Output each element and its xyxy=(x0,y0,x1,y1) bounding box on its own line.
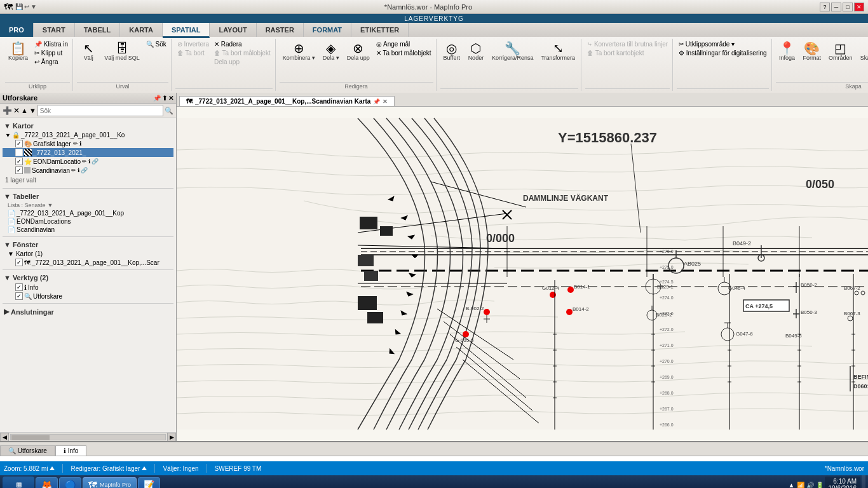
kopiera-btn[interactable]: 📋 Kopiera xyxy=(5,40,31,63)
search-icon[interactable]: 🔍 xyxy=(165,107,173,115)
klistra-btn[interactable]: 📌 Klistra in xyxy=(32,40,70,48)
format-btn[interactable]: 🎨 Format xyxy=(800,40,825,63)
add-icon[interactable]: ➕ xyxy=(3,106,12,115)
show-desktop-btn[interactable] xyxy=(862,475,865,488)
tray-arrow[interactable]: ▲ xyxy=(789,482,795,489)
sublayer-eon[interactable]: ⭐ EONDamLocatio ✏ ℹ 🔗 xyxy=(3,157,173,166)
valj-sql-btn[interactable]: 🗄 Välj med SQL xyxy=(101,40,143,63)
konvertera-btn[interactable]: ⤷ Konvertera till brutna linjer xyxy=(585,40,670,48)
taskbar-clock[interactable]: 6:10 AM 10/6/2016 xyxy=(825,477,861,488)
grafisk-checkbox[interactable] xyxy=(15,140,23,147)
dela-upp2-btn[interactable]: ⊗ Dela upp xyxy=(344,40,373,63)
buffert-btn[interactable]: ◎ Buffert xyxy=(440,40,463,63)
verktyg-section-header[interactable]: ▼ Verktyg (2) xyxy=(3,273,173,283)
grafisk-info-icon[interactable]: ℹ xyxy=(79,140,81,147)
tab-karta[interactable]: KARTA xyxy=(120,23,163,37)
maximize-btn[interactable]: □ xyxy=(843,3,853,11)
zoom-arrow[interactable] xyxy=(50,466,55,470)
scand-info-icon[interactable]: ℹ xyxy=(78,167,79,173)
tabort-kart-btn[interactable]: 🗑 Ta bort kartobjekt xyxy=(585,49,670,57)
kombinera-btn[interactable]: ⊕ Kombinera ▾ xyxy=(280,40,318,63)
tabeller-item-1[interactable]: 📄 EONDamLocations xyxy=(3,217,173,226)
tab-start[interactable]: START xyxy=(34,23,75,37)
invertera-btn[interactable]: ⊘ Invertera xyxy=(175,40,211,48)
skapa-punkter-btn[interactable]: ⊕ Skapa punkter xyxy=(857,40,868,63)
scand-extra-icon[interactable]: 🔗 xyxy=(81,167,88,173)
help-btn[interactable]: ? xyxy=(820,3,830,11)
eon-checkbox[interactable] xyxy=(15,158,23,165)
tabort-mal-btn[interactable]: 🗑 Ta bort målobjekt xyxy=(212,49,273,57)
eon-edit-icon[interactable]: ✏ xyxy=(82,158,87,165)
sok-btn[interactable]: 🔍 Sök xyxy=(144,40,168,48)
tab-spatial[interactable]: SPATIAL xyxy=(163,23,210,38)
dela-upp-btn[interactable]: Dela upp xyxy=(212,58,273,66)
minimize-btn[interactable]: ─ xyxy=(831,3,841,11)
verktyg-utf-checkbox[interactable] xyxy=(15,292,23,300)
tab-format[interactable]: FORMAT xyxy=(304,23,351,37)
eon-info-icon[interactable]: ℹ xyxy=(88,158,90,165)
grafisk-edit-icon[interactable]: ✏ xyxy=(73,140,78,147)
close-btn[interactable]: ✕ xyxy=(854,3,864,11)
dela-btn[interactable]: ◈ Dela ▾ xyxy=(320,40,342,63)
scroll-thumb[interactable] xyxy=(11,435,50,440)
angra-btn[interactable]: ↩ Ångra xyxy=(32,58,70,66)
map-tab-pin[interactable]: 📌 xyxy=(373,98,380,105)
map-tab-close[interactable]: ✕ xyxy=(383,98,388,105)
dropdown-icon[interactable]: ▼ xyxy=(31,3,37,10)
bottom-tab-info[interactable]: ℹ Info xyxy=(55,445,86,456)
tabort-btn[interactable]: 🗑 Ta bort xyxy=(175,49,211,57)
valj-btn[interactable]: ↖ Välj xyxy=(77,40,100,63)
map-tab-main[interactable]: 🗺 _7722_013_2021_A_page_001__Kop,...Scan… xyxy=(179,96,395,106)
scand-checkbox[interactable] xyxy=(15,166,23,174)
map-canvas[interactable]: +276.0 +275.0 +274.5 +274.0 +273.0 +272.… xyxy=(177,107,868,441)
installningar-btn[interactable]: ⚙ Inställningar för digitalisering xyxy=(677,49,769,57)
kartor-sub-header[interactable]: ▼ Kartor (1) xyxy=(3,250,173,258)
sublayer-grafisk[interactable]: 🎨 Grafiskt lager ✏ ℹ xyxy=(3,139,173,148)
tabeller-item-2[interactable]: 📄 Scandinavian xyxy=(3,226,173,234)
redigerar-arrow[interactable] xyxy=(142,466,147,470)
raster-checkbox[interactable] xyxy=(15,149,23,156)
close-panel-icon[interactable]: ✕ xyxy=(168,95,173,102)
taskbar-firefox[interactable]: 🦊 xyxy=(36,477,58,488)
tab-raster[interactable]: RASTER xyxy=(257,23,304,37)
remove-icon[interactable]: ✕ xyxy=(13,106,20,115)
scand-edit-icon[interactable]: ✏ xyxy=(71,167,76,173)
layer-root[interactable]: ▼ 🔒 _7722_013_2021_A_page_001__Ko xyxy=(3,131,173,139)
down-icon[interactable]: ▼ xyxy=(29,107,36,114)
up-icon[interactable]: ▲ xyxy=(21,107,28,114)
klipp-btn[interactable]: ✂ Klipp ut xyxy=(32,49,70,57)
fonster-karta-checkbox[interactable] xyxy=(15,259,23,266)
save-icon[interactable]: 💾 xyxy=(15,3,23,10)
taskbar-word[interactable]: 📝 xyxy=(138,477,160,488)
radera-btn[interactable]: ✕ Radera xyxy=(212,40,273,48)
fonster-karta-item[interactable]: 🗺 _7722_013_2021_A_page_001__Kop,...Scar xyxy=(3,258,173,267)
pin-icon[interactable]: 📌 xyxy=(153,95,161,102)
transformera-btn[interactable]: ⤡ Transformera xyxy=(538,40,578,63)
noder-btn[interactable]: ⬡ Noder xyxy=(465,40,487,63)
scroll-left-btn[interactable]: ◀ xyxy=(0,433,9,442)
tab-layout[interactable]: LAYOUT xyxy=(210,23,256,37)
scroll-track[interactable] xyxy=(10,434,166,440)
float-icon[interactable]: ⬆ xyxy=(162,95,167,102)
undo-icon[interactable]: ↩ xyxy=(24,3,29,10)
kartor-section-header[interactable]: ▼ Kartor xyxy=(3,121,173,131)
verktyg-info-checkbox[interactable] xyxy=(15,283,23,291)
tab-etiketter[interactable]: ETIKETTER xyxy=(351,23,409,37)
start-button[interactable]: ⊞ xyxy=(3,477,34,488)
taskbar-chrome[interactable]: 🔵 xyxy=(59,477,81,488)
utklipp-btn[interactable]: ✂ Utklippsområde ▾ xyxy=(677,40,769,48)
eon-extra-icon[interactable]: 🔗 xyxy=(92,158,98,165)
tab-pro[interactable]: PRO xyxy=(0,23,34,37)
taskbar-mapinfo[interactable]: 🗺 MapInfo Pro xyxy=(83,477,137,488)
fonster-section-header[interactable]: ▼ Fönster xyxy=(3,240,173,250)
search-input[interactable] xyxy=(37,105,163,116)
anslutningar-header[interactable]: ▶ Anslutningar xyxy=(3,306,173,317)
tabeller-subtitle-arrow[interactable]: ▼ xyxy=(48,202,53,208)
verktyg-utforskare[interactable]: 🔍 Utforskare xyxy=(3,292,173,301)
tabeller-item-0[interactable]: 📄 _7722_013_2021_A_page_001__Kop xyxy=(3,209,173,217)
verktyg-info[interactable]: ℹ Info xyxy=(3,283,173,292)
h-scrollbar[interactable]: ◀ ▶ xyxy=(0,432,176,441)
sublayer-scand[interactable]: Scandinavian ✏ ℹ 🔗 xyxy=(3,166,173,175)
tabort-mal2-btn[interactable]: ✕ Ta bort målobjekt xyxy=(374,49,433,57)
sublayer-raster[interactable]: _7722_013_2021_ xyxy=(3,148,173,157)
